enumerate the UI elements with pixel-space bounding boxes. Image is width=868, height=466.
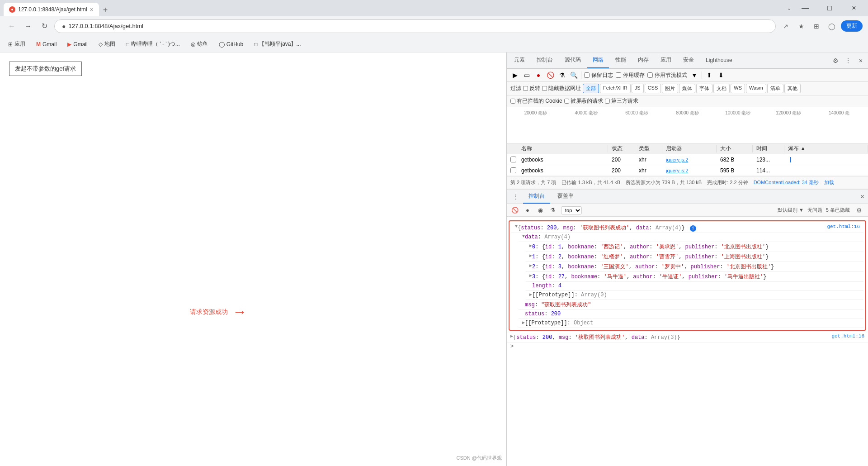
blocked-requests-checkbox[interactable]: 被屏蔽的请求 (564, 97, 603, 105)
bookmark-bilibili[interactable]: □ 哔哩哔哩（ ' - ' )つ... (123, 38, 183, 50)
close-button[interactable]: × (844, 0, 864, 16)
filter-font[interactable]: 字体 (696, 84, 712, 93)
extension-btn[interactable]: ⊞ (810, 20, 823, 33)
console-settings-icon[interactable]: ⚙ (854, 205, 864, 216)
disable-cache-checkbox[interactable]: 停用缓存 (616, 71, 645, 79)
minimize-button[interactable]: — (795, 0, 816, 16)
inspect-icon[interactable]: ▶ (510, 71, 519, 80)
import-icon[interactable]: ⬆ (705, 71, 714, 80)
console-line-1: ▼ {status: 200, msg: '获取图书列表成功', data: A… (511, 223, 863, 233)
bookmark-apps[interactable]: ⊞ 应用 (5, 38, 28, 50)
hide-data-urls-checkbox[interactable]: 隐藏数据网址 (542, 85, 581, 92)
forward-button[interactable]: → (22, 20, 34, 33)
load-time[interactable]: 加载 (824, 179, 834, 186)
record-button[interactable]: ● (534, 71, 543, 80)
export-icon[interactable]: ⬇ (717, 71, 726, 80)
filter-icon[interactable]: ⚗ (557, 71, 566, 80)
third-party-checkbox[interactable]: 第三方请求 (605, 97, 638, 105)
preserve-log-checkbox[interactable]: 保留日志 (584, 71, 613, 79)
console-filter-icon[interactable]: ⚗ (548, 206, 557, 215)
disable-cache-input[interactable] (616, 72, 621, 78)
bookmark-youtube[interactable]: ▶ Gmail (65, 39, 90, 49)
console-close-button[interactable]: × (860, 193, 864, 201)
filter-ws[interactable]: WS (731, 84, 745, 93)
console-record-icon[interactable]: ● (523, 206, 532, 215)
url-bar[interactable]: ● 127.0.0.1:8848/Ajax/get.html (54, 19, 776, 33)
disable-throttle-checkbox[interactable]: 停用节流模式 (647, 71, 687, 79)
tab-memory[interactable]: 内存 (632, 52, 654, 68)
filter-wasm[interactable]: Wasm (746, 84, 766, 93)
update-button[interactable]: 更新 (841, 20, 863, 32)
tab-performance[interactable]: 性能 (610, 52, 632, 68)
device-icon[interactable]: ▭ (522, 71, 531, 80)
tab-lighthouse[interactable]: Lighthouse (700, 53, 738, 68)
filter-css[interactable]: CSS (645, 84, 661, 93)
disable-throttle-input[interactable] (647, 72, 653, 78)
top-context-select[interactable]: top (561, 206, 582, 214)
row2-initiator[interactable]: jquery.js:2 (662, 168, 717, 173)
console-file-1[interactable]: get.html:16 (827, 224, 860, 229)
throttle-dropdown[interactable]: ▼ (690, 71, 699, 80)
tab-close-btn[interactable]: × (90, 6, 94, 13)
console-file-2nd[interactable]: get.html:16 (831, 333, 864, 339)
tab-application[interactable]: 应用 (655, 52, 677, 68)
timeline-graph (507, 117, 868, 141)
active-tab[interactable]: ● 127.0.0.1:8848/Ajax/get.html × (4, 3, 99, 16)
tab-console[interactable]: 控制台 (531, 52, 558, 68)
third-party-input[interactable] (605, 99, 610, 104)
filter-js[interactable]: JS (632, 84, 644, 93)
more-icon[interactable]: ⋮ (843, 55, 854, 66)
console-menu-icon[interactable]: ⋮ (510, 191, 521, 202)
dom-content-loaded[interactable]: DOMContentLoaded: 34 毫秒 (754, 179, 819, 186)
separator-1 (581, 71, 581, 79)
filter-other[interactable]: 其他 (784, 84, 801, 93)
level-select[interactable]: 默认级别 ▼ (778, 207, 804, 214)
reload-button[interactable]: ↻ (38, 20, 51, 33)
restore-button[interactable]: □ (819, 0, 840, 16)
tab-coverage[interactable]: 覆盖率 (552, 190, 579, 204)
reverse-input[interactable] (523, 86, 528, 91)
bookmark-maps[interactable]: ◇ 地图 (96, 38, 118, 50)
cast-button[interactable]: ↗ (779, 20, 792, 33)
preserve-log-input[interactable] (584, 72, 590, 78)
back-button[interactable]: ← (5, 20, 18, 33)
blocked-requests-input[interactable] (564, 99, 569, 104)
console-clear-icon[interactable]: 🚫 (510, 206, 519, 215)
reverse-checkbox[interactable]: 反转 (523, 85, 540, 92)
blocked-cookie-input[interactable] (510, 99, 515, 104)
devtools-close-icon[interactable]: × (855, 55, 866, 66)
table-row[interactable]: getbooks 200 xhr jquery.js:2 595 B 114..… (507, 165, 868, 176)
search-icon[interactable]: 🔍 (569, 71, 578, 80)
console-input[interactable] (515, 343, 864, 350)
get-request-button[interactable]: 发起不带参数的get请求 (9, 62, 82, 76)
bookmark-whale[interactable]: ◎ 鲸鱼 (188, 38, 211, 50)
tab-console-bottom[interactable]: 控制台 (523, 190, 550, 204)
row1-initiator[interactable]: jquery.js:2 (662, 157, 717, 162)
tab-source[interactable]: 源代码 (559, 52, 586, 68)
row2-checkbox[interactable] (510, 167, 516, 173)
bookmark-github[interactable]: ◯ GitHub (216, 39, 246, 49)
clear-button[interactable]: 🚫 (546, 71, 555, 80)
tab-elements[interactable]: 元素 (509, 52, 530, 68)
new-tab-button[interactable]: + (99, 4, 112, 16)
filter-fetch-xhr[interactable]: Fetch/XHR (600, 84, 631, 93)
hide-data-urls-input[interactable] (542, 86, 547, 91)
profile-button[interactable]: ◯ (826, 20, 838, 33)
bookmark-gmail[interactable]: M Gmail (33, 39, 59, 49)
bilibili-label: 哔哩哔哩（ ' - ' )つ... (131, 40, 180, 48)
filter-manifest[interactable]: 清单 (767, 84, 783, 93)
blocked-cookie-checkbox[interactable]: 有已拦截的 Cookie (510, 97, 562, 105)
settings-icon[interactable]: ⚙ (830, 55, 841, 66)
filter-doc[interactable]: 文档 (713, 84, 730, 93)
tab-network[interactable]: 网络 (587, 52, 609, 68)
title-bar: ● 127.0.0.1:8848/Ajax/get.html × + ⌄ — □… (0, 0, 868, 16)
tab-security[interactable]: 安全 (678, 52, 699, 68)
filter-all[interactable]: 全部 (583, 84, 599, 93)
filter-media[interactable]: 媒体 (679, 84, 695, 93)
bookmark-java[interactable]: □ 【韩顺平java】... (251, 38, 303, 50)
row1-checkbox[interactable] (510, 157, 516, 162)
filter-img[interactable]: 图片 (662, 84, 678, 93)
bookmark-button[interactable]: ★ (795, 20, 807, 33)
console-eye-icon[interactable]: ◉ (536, 206, 545, 215)
table-row[interactable]: getbooks 200 xhr jquery.js:2 682 B 123..… (507, 154, 868, 165)
